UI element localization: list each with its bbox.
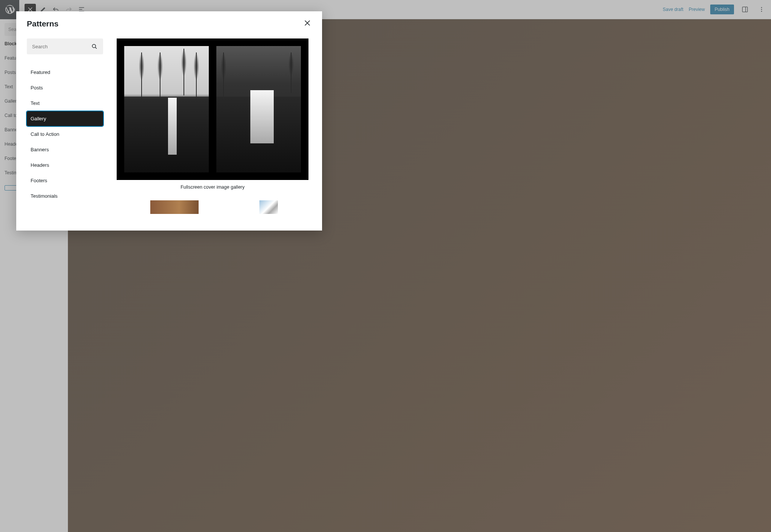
svg-line-6 bbox=[95, 47, 97, 49]
save-draft-button[interactable]: Save draft bbox=[663, 7, 683, 12]
modal-close-button[interactable] bbox=[303, 19, 311, 29]
svg-point-5 bbox=[92, 44, 96, 48]
category-posts[interactable]: Posts bbox=[27, 80, 103, 95]
pattern-thumbnail-2[interactable] bbox=[150, 200, 199, 214]
pattern-image-right bbox=[216, 46, 301, 172]
category-text[interactable]: Text bbox=[27, 96, 103, 111]
pattern-caption: Fullscreen cover image gallery bbox=[114, 185, 311, 190]
patterns-search-input[interactable] bbox=[32, 44, 85, 49]
close-icon bbox=[303, 19, 311, 27]
wordpress-icon bbox=[5, 4, 15, 15]
category-featured[interactable]: Featured bbox=[27, 65, 103, 80]
publish-button[interactable]: Publish bbox=[710, 5, 734, 14]
kebab-icon bbox=[758, 6, 765, 13]
patterns-row-2 bbox=[114, 200, 311, 214]
toolbar-right-group: Save draft Preview Publish bbox=[663, 4, 771, 15]
pattern-image-left bbox=[124, 46, 209, 172]
patterns-grid: Fullscreen cover image gallery bbox=[114, 32, 322, 231]
pattern-fullscreen-cover-gallery[interactable] bbox=[117, 38, 308, 180]
category-call-to-action[interactable]: Call to Action bbox=[27, 127, 103, 141]
modal-header: Patterns bbox=[16, 11, 322, 32]
svg-point-3 bbox=[761, 9, 762, 10]
modal-body: Featured Posts Text Gallery Call to Acti… bbox=[16, 32, 322, 231]
modal-title: Patterns bbox=[27, 19, 59, 28]
settings-panel-toggle[interactable] bbox=[739, 4, 751, 15]
category-gallery[interactable]: Gallery bbox=[27, 111, 103, 126]
category-banners[interactable]: Banners bbox=[27, 142, 103, 157]
category-testimonials[interactable]: Testimonials bbox=[27, 189, 103, 203]
pattern-thumbnail-3[interactable] bbox=[230, 200, 278, 214]
category-headers[interactable]: Headers bbox=[27, 158, 103, 172]
sidebar-icon bbox=[741, 6, 749, 13]
patterns-search[interactable] bbox=[27, 38, 103, 54]
svg-rect-0 bbox=[742, 7, 747, 12]
category-footers[interactable]: Footers bbox=[27, 173, 103, 188]
svg-point-4 bbox=[761, 11, 762, 12]
modal-sidebar: Featured Posts Text Gallery Call to Acti… bbox=[16, 32, 114, 231]
svg-point-2 bbox=[761, 7, 762, 8]
patterns-modal: Patterns Featured Posts Text Gallery Cal… bbox=[16, 11, 322, 231]
preview-button[interactable]: Preview bbox=[689, 7, 705, 12]
options-menu-button[interactable] bbox=[756, 4, 767, 15]
search-icon bbox=[91, 43, 98, 50]
